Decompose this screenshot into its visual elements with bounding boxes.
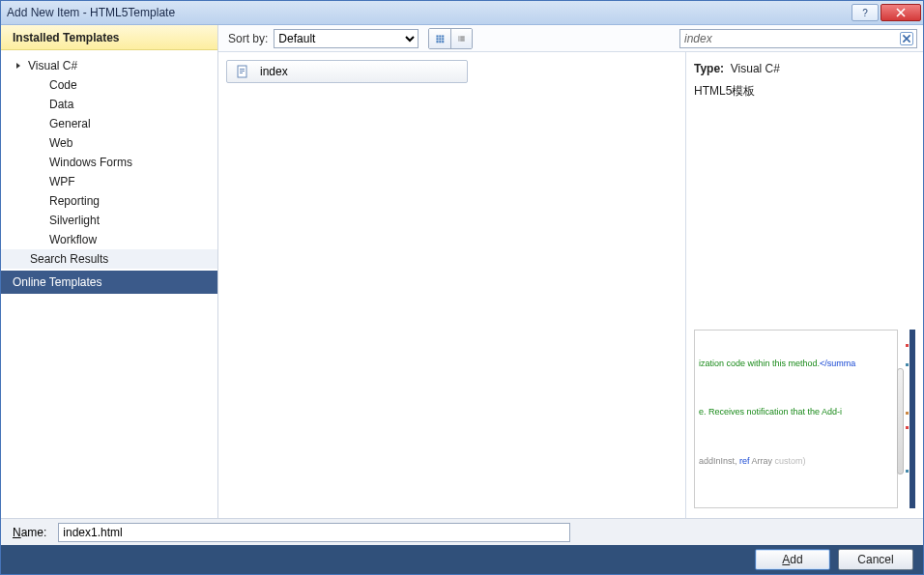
svg-rect-11: [459, 38, 460, 39]
toolbar: Sort by: Default: [218, 25, 923, 52]
preview-ruler: [904, 330, 910, 508]
view-small-icons-button[interactable]: [429, 29, 450, 48]
template-list: index: [218, 52, 685, 518]
svg-rect-13: [459, 40, 460, 41]
svg-rect-1: [440, 35, 442, 37]
svg-rect-2: [443, 35, 445, 37]
template-item-label: index: [260, 65, 288, 78]
sort-by-label: Sort by:: [228, 32, 268, 45]
tree-node-windows-forms[interactable]: Windows Forms: [1, 153, 217, 172]
info-type-value: Visual C#: [731, 62, 780, 75]
sort-by-select[interactable]: Default: [274, 29, 419, 48]
tree-label: General: [49, 117, 91, 130]
cancel-button[interactable]: Cancel: [838, 549, 913, 570]
tree-label: Web: [49, 136, 72, 150]
close-button[interactable]: [881, 4, 921, 21]
name-label: Name:: [13, 526, 46, 539]
add-button[interactable]: Add: [755, 549, 830, 570]
template-item-index[interactable]: index: [226, 60, 468, 83]
window-title: Add New Item - HTML5Template: [7, 6, 852, 19]
svg-rect-7: [440, 41, 442, 43]
svg-rect-9: [459, 36, 460, 37]
preview-code: ization code within this method.</summa …: [694, 330, 898, 508]
search-input[interactable]: [679, 29, 917, 48]
tree-label: Data: [49, 98, 73, 111]
svg-rect-10: [461, 36, 466, 37]
tree-label: Workflow: [49, 233, 97, 246]
clear-icon: [901, 33, 912, 44]
file-icon: [235, 64, 250, 79]
svg-rect-14: [461, 40, 466, 41]
svg-rect-3: [437, 38, 439, 40]
title-controls: ?: [852, 1, 923, 24]
online-templates-header[interactable]: Online Templates: [1, 271, 217, 294]
info-type-line: Type: Visual C#: [694, 62, 915, 75]
template-tree: Visual C# Code Data General Web Windows …: [1, 50, 217, 269]
tree-node-workflow[interactable]: Workflow: [1, 230, 217, 249]
search-wrap: [679, 29, 917, 48]
svg-rect-18: [240, 72, 243, 73]
view-toggle: [428, 28, 473, 49]
svg-rect-0: [437, 35, 439, 37]
info-description: HTML5模板: [694, 83, 915, 100]
sidebar-empty-area: [1, 294, 217, 518]
expander-icon: [14, 61, 24, 71]
add-new-item-dialog: Add New Item - HTML5Template ? Installed…: [0, 0, 924, 575]
tree-label: Reporting: [49, 194, 100, 208]
tree-node-visual-csharp[interactable]: Visual C#: [1, 56, 217, 75]
tree-node-wpf[interactable]: WPF: [1, 172, 217, 191]
tree-label: Search Results: [30, 252, 108, 266]
name-row: Name:: [1, 518, 923, 545]
close-icon: [896, 8, 906, 17]
view-list-button[interactable]: [450, 29, 472, 48]
content-split: index Type: Visual C# HTML5模板 ization co…: [218, 52, 923, 518]
tree-node-search-results[interactable]: Search Results: [1, 249, 217, 269]
svg-rect-17: [240, 71, 245, 72]
name-input[interactable]: [58, 523, 570, 542]
template-preview: ization code within this method.</summa …: [694, 330, 915, 508]
tree-label: WPF: [49, 175, 75, 188]
titlebar: Add New Item - HTML5Template ?: [1, 1, 923, 25]
info-type-label: Type:: [694, 62, 724, 75]
svg-rect-16: [240, 69, 245, 70]
tree-node-web[interactable]: Web: [1, 133, 217, 153]
tree-label: Visual C#: [28, 59, 77, 72]
svg-rect-12: [461, 38, 466, 39]
tree-node-data[interactable]: Data: [1, 95, 217, 114]
svg-rect-6: [437, 41, 439, 43]
list-icon: [457, 32, 466, 45]
svg-rect-4: [440, 38, 442, 40]
info-panel: Type: Visual C# HTML5模板 ization code wit…: [685, 52, 923, 518]
tree-label: Code: [49, 78, 77, 92]
dialog-body: Installed Templates Visual C# Code Data …: [1, 25, 923, 518]
dialog-footer: Add Cancel: [1, 545, 923, 574]
installed-templates-header: Installed Templates: [1, 25, 217, 50]
tree-node-reporting[interactable]: Reporting: [1, 191, 217, 211]
tree-label: Silverlight: [49, 214, 100, 227]
svg-rect-8: [443, 41, 445, 43]
main-area: Sort by: Default: [218, 25, 923, 518]
tree-node-silverlight[interactable]: Silverlight: [1, 211, 217, 230]
clear-search-button[interactable]: [900, 32, 913, 45]
tree-node-code[interactable]: Code: [1, 75, 217, 95]
sidebar: Installed Templates Visual C# Code Data …: [1, 25, 218, 518]
svg-rect-5: [443, 38, 445, 40]
help-button[interactable]: ?: [852, 4, 879, 21]
tree-node-general[interactable]: General: [1, 114, 217, 133]
tree-label: Windows Forms: [49, 156, 132, 169]
grid-small-icon: [435, 32, 445, 45]
preview-scrollbar[interactable]: [897, 368, 904, 474]
